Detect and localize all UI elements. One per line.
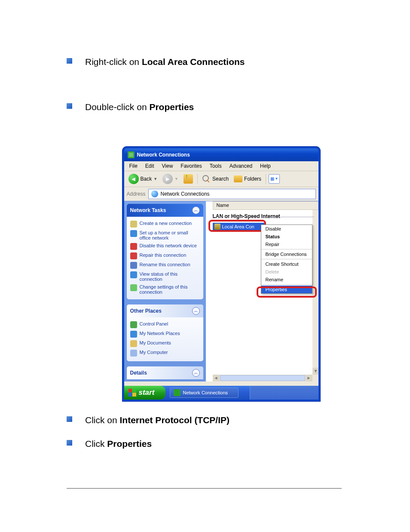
search-icon bbox=[202, 175, 211, 183]
horizontal-scrollbar[interactable]: ◄ ► bbox=[213, 375, 312, 381]
ctx-delete: Delete bbox=[261, 268, 312, 276]
menu-advanced[interactable]: Advanced bbox=[226, 162, 256, 170]
list-pane[interactable]: ▲ ▼ Name LAN or High-Speed Internet Loca… bbox=[206, 201, 318, 381]
home-icon bbox=[130, 230, 137, 237]
windows-logo-icon bbox=[129, 389, 136, 397]
documents-icon bbox=[130, 340, 137, 347]
task-change-settings[interactable]: Change settings of this connection bbox=[129, 283, 201, 296]
step-4-text: Click Properties bbox=[85, 438, 152, 449]
toolbar: ◄ Back ▼ ► ▼ Search Folder bbox=[124, 171, 318, 187]
place-documents[interactable]: My Documents bbox=[129, 339, 201, 348]
task-repair[interactable]: Repair this connection bbox=[129, 251, 201, 261]
network-places-icon bbox=[130, 331, 137, 338]
start-label: start bbox=[139, 388, 155, 397]
section-lan: LAN or High-Speed Internet bbox=[213, 213, 280, 219]
context-menu[interactable]: Disable Status Repair Bridge Connections… bbox=[261, 224, 312, 294]
ctx-repair[interactable]: Repair bbox=[261, 240, 312, 248]
sidebar: Network Tasks ︿ Create a new connection … bbox=[124, 201, 206, 381]
menu-help[interactable]: Help bbox=[257, 162, 274, 170]
toolbar-separator bbox=[197, 174, 198, 184]
step-2-text: Double-click on Properties bbox=[85, 101, 194, 113]
ctx-separator bbox=[261, 259, 312, 259]
collapse-icon[interactable]: ︿ bbox=[192, 307, 200, 315]
repair-icon bbox=[130, 252, 137, 259]
step-1-text: Right-click on Local Area Connections bbox=[85, 56, 245, 68]
bullet-icon bbox=[67, 58, 72, 64]
wizard-icon bbox=[130, 221, 137, 228]
scroll-right-icon[interactable]: ► bbox=[306, 375, 312, 381]
ctx-bridge[interactable]: Bridge Connections bbox=[261, 250, 312, 258]
task-view-status[interactable]: View status of this connection bbox=[129, 270, 201, 283]
views-button[interactable]: ▦▼ bbox=[269, 174, 280, 184]
collapse-icon[interactable]: ︿ bbox=[192, 206, 200, 214]
window-network-connections: Network Connections File Edit View Favor… bbox=[122, 147, 320, 401]
up-button[interactable] bbox=[182, 173, 195, 185]
address-bar: Address Network Connections bbox=[124, 187, 318, 201]
collapse-icon[interactable]: ︿ bbox=[192, 369, 200, 377]
folders-button[interactable]: Folders bbox=[232, 175, 263, 183]
rename-icon bbox=[130, 262, 137, 269]
folders-label: Folders bbox=[244, 176, 261, 182]
window-title: Network Connections bbox=[137, 152, 190, 158]
scroll-thumb[interactable] bbox=[220, 375, 305, 381]
task-create-connection[interactable]: Create a new connection bbox=[129, 219, 201, 229]
ctx-separator bbox=[261, 249, 312, 249]
start-button[interactable]: start bbox=[124, 386, 165, 400]
menu-edit[interactable]: Edit bbox=[142, 162, 158, 170]
place-my-computer[interactable]: My Computer bbox=[129, 348, 201, 358]
network-tasks-head: Network Tasks bbox=[130, 207, 166, 213]
panel-details: Details ︿ bbox=[127, 366, 203, 379]
bullet-icon bbox=[67, 440, 72, 446]
page-footer-rule bbox=[67, 488, 342, 489]
other-places-head: Other Places bbox=[130, 308, 162, 314]
details-head: Details bbox=[130, 370, 147, 376]
globe-icon bbox=[151, 191, 158, 197]
menu-view[interactable]: View bbox=[159, 162, 177, 170]
dropdown-icon[interactable]: ▼ bbox=[153, 177, 157, 181]
disable-icon bbox=[130, 243, 137, 250]
address-field[interactable]: Network Connections bbox=[148, 189, 316, 199]
address-value: Network Connections bbox=[161, 191, 210, 197]
menu-favorites[interactable]: Favorites bbox=[177, 162, 205, 170]
scroll-left-icon[interactable]: ◄ bbox=[213, 375, 220, 381]
panel-other-places: Other Places ︿ Control Panel My Network … bbox=[127, 304, 203, 361]
statusbar bbox=[124, 381, 318, 386]
system-tray[interactable] bbox=[250, 386, 318, 400]
taskbar-app-network-connections[interactable]: Network Connections bbox=[170, 387, 239, 398]
column-name-header[interactable]: Name bbox=[213, 201, 318, 210]
folders-icon bbox=[234, 175, 242, 182]
back-button[interactable]: ◄ Back ▼ bbox=[127, 173, 159, 185]
views-icon: ▦ bbox=[270, 176, 274, 181]
menu-file[interactable]: File bbox=[126, 162, 141, 170]
back-label: Back bbox=[141, 176, 152, 182]
ctx-status[interactable]: Status bbox=[261, 233, 312, 240]
menubar[interactable]: File Edit View Favorites Tools Advanced … bbox=[124, 161, 318, 171]
ctx-separator bbox=[261, 284, 312, 285]
scroll-down-icon[interactable]: ▼ bbox=[312, 368, 318, 375]
toolbar-separator bbox=[266, 174, 266, 184]
task-setup-network[interactable]: Set up a home or small office network bbox=[129, 229, 201, 242]
forward-button[interactable]: ► ▼ bbox=[161, 173, 180, 185]
place-network-places[interactable]: My Network Places bbox=[129, 329, 201, 339]
task-disable-device[interactable]: Disable this network device bbox=[129, 242, 201, 251]
folder-up-icon bbox=[184, 174, 193, 184]
place-control-panel[interactable]: Control Panel bbox=[129, 320, 201, 329]
computer-icon bbox=[130, 350, 137, 357]
ctx-shortcut[interactable]: Create Shortcut bbox=[261, 260, 312, 268]
highlight-annotation bbox=[208, 220, 266, 232]
task-rename[interactable]: Rename this connection bbox=[129, 261, 201, 270]
panel-network-tasks: Network Tasks ︿ Create a new connection … bbox=[127, 204, 203, 299]
highlight-annotation bbox=[257, 286, 317, 298]
window-titlebar[interactable]: Network Connections bbox=[124, 148, 318, 161]
menu-tools[interactable]: Tools bbox=[206, 162, 225, 170]
search-button[interactable]: Search bbox=[200, 174, 230, 184]
dropdown-icon[interactable]: ▼ bbox=[174, 177, 178, 181]
control-panel-icon bbox=[130, 321, 137, 328]
search-label: Search bbox=[212, 176, 229, 182]
ctx-rename[interactable]: Rename bbox=[261, 276, 312, 283]
back-icon: ◄ bbox=[129, 174, 139, 184]
ctx-disable[interactable]: Disable bbox=[261, 225, 312, 233]
title-icon bbox=[128, 151, 135, 158]
bullet-icon bbox=[67, 103, 72, 109]
taskbar: start Network Connections bbox=[124, 386, 318, 400]
